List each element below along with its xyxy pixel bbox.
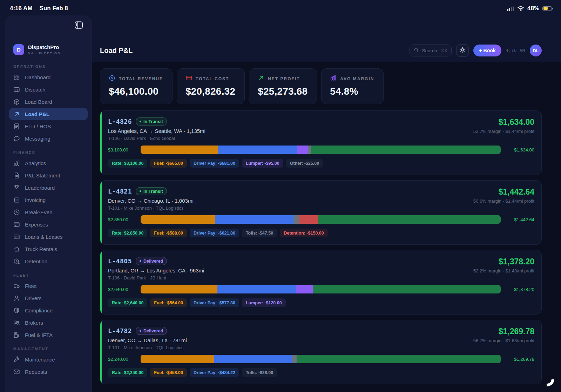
sidebar-item-fleet[interactable]: Fleet (9, 280, 88, 292)
cost-chip: Rate: $3,100.00 (108, 159, 147, 168)
load-profit: $1,378.20 (473, 257, 534, 266)
segment-lumper (297, 146, 308, 154)
search-input[interactable]: Search ⌘K (410, 45, 452, 56)
sidebar-item-fuel-ifta[interactable]: Fuel & IFTA (9, 329, 88, 341)
segment-fuel (141, 215, 215, 224)
chat-icon (13, 135, 20, 142)
segment-driver (218, 146, 297, 154)
sidebar-item-dashboard[interactable]: Dashboard (9, 71, 88, 83)
segment-fuel (141, 146, 218, 154)
sidebar-item-leaderboard[interactable]: Leaderboard (9, 182, 88, 194)
sidebar-item-label: Leaderboard (25, 185, 55, 191)
cost-chip: Lumper: -$95.00 (242, 159, 283, 168)
load-card-L-4805[interactable]: L-4805DeliveredPortland, OR → Los Angele… (100, 250, 542, 315)
load-margin-line: 50.6% margin · $1.44/mi profit (473, 198, 534, 204)
segment-fuel (141, 285, 217, 293)
segment-lumper (296, 285, 313, 293)
nav-section-label: FLEET (13, 273, 83, 277)
stat-value: $25,273.68 (258, 86, 307, 97)
sidebar-item-drivers[interactable]: Drivers (9, 292, 88, 304)
status-time: 4:16 AM (10, 5, 33, 12)
barchart-icon (330, 75, 337, 83)
cost-chip: Driver Pay: -$681.00 (190, 159, 239, 168)
segment-driver (214, 355, 292, 363)
truck-icon (13, 283, 20, 289)
sidebar-item-expenses[interactable]: Expenses (9, 218, 88, 230)
segment-other (308, 146, 311, 154)
sidebar-item-eld-hos[interactable]: ELD / HOS (9, 120, 88, 132)
theme-toggle-button[interactable] (456, 44, 469, 57)
sidebar-item-loans-leases[interactable]: Loans & Leases (9, 231, 88, 243)
rate-amount-label: $2,850.00 (108, 217, 141, 222)
rate-amount-label: $2,240.00 (108, 357, 141, 362)
status-badge: In Transit (136, 187, 167, 195)
pnl-breakdown-bar (141, 146, 501, 154)
cost-chips: Rate: $2,850.00Fuel: -$588.00Driver Pay:… (108, 229, 534, 237)
stat-card: TOTAL REVENUE$46,100.00 (100, 68, 173, 104)
load-margin-line: 52.2% margin · $1.43/mi profit (473, 268, 534, 273)
sidebar-item-break-even[interactable]: Break-Even (9, 206, 88, 218)
cost-chip: Driver Pay: -$621.86 (190, 229, 239, 237)
cost-chip: Fuel: -$564.00 (150, 298, 187, 307)
load-profit: $1,442.64 (473, 187, 534, 197)
home-icon (13, 246, 20, 252)
package-icon (13, 99, 20, 105)
sidebar-item-label: Detention (25, 258, 47, 264)
load-card-L-4821[interactable]: L-4821In TransitDenver, CO → Chicago, IL… (100, 180, 542, 245)
sidebar-item-invoicing[interactable]: Invoicing (9, 194, 88, 206)
clock-icon (13, 209, 20, 216)
book-button[interactable]: + Book (473, 45, 501, 56)
load-card-L-4782[interactable]: L-4782DeliveredDenver, CO → Dallas, TX ·… (100, 320, 542, 384)
stat-card: AVG MARGIN54.8% (321, 68, 384, 104)
profit-amount-label: $1,378.20 (506, 287, 534, 292)
load-details: T-106 · David Park · JB Hunt (108, 275, 204, 281)
status-date: Sun Feb 8 (40, 5, 68, 12)
sidebar-item-analytics[interactable]: Analytics (9, 157, 88, 169)
stat-label: NET PROFIT (268, 76, 300, 81)
card-accent (100, 181, 102, 244)
nav-section-label: OPERATIONS (13, 65, 83, 69)
load-card-L-4826[interactable]: L-4826In TransitLos Angeles, CA → Seattl… (100, 110, 542, 175)
sidebar-toggle-icon[interactable] (74, 20, 83, 31)
segment-tolls (293, 215, 299, 224)
stat-card: NET PROFIT$25,273.68 (249, 68, 317, 104)
segment-profit (311, 146, 501, 154)
sidebar-item-requests[interactable]: Requests (9, 366, 88, 378)
segment-tolls (292, 355, 297, 363)
shield-icon (13, 307, 20, 314)
sidebar-item-label: Analytics (25, 160, 46, 166)
sidebar-item-messaging[interactable]: Messaging (9, 133, 88, 144)
sidebar-item-label: Brokers (25, 320, 43, 326)
pnl-breakdown-bar (141, 285, 501, 293)
stat-label: AVG MARGIN (340, 76, 374, 81)
avatar[interactable]: DL (530, 45, 542, 56)
sidebar-item-pnl-statement[interactable]: P&L Statement (9, 169, 88, 181)
sidebar-item-detention[interactable]: Detention (9, 255, 88, 267)
sidebar-item-truck-rentals[interactable]: Truck Rentals (9, 243, 88, 255)
sidebar-item-label: ELD / HOS (25, 123, 51, 129)
sidebar-item-label: Maintenance (25, 357, 55, 363)
sidebar-item-dispatch[interactable]: Dispatch (9, 83, 88, 95)
sidebar-item-maintenance[interactable]: Maintenance (9, 353, 88, 365)
sidebar-item-label: Truck Rentals (25, 246, 57, 252)
status-badge: Delivered (136, 257, 167, 265)
nav-section-label: MANAGEMENT (13, 347, 83, 351)
header-time: 4:16 AM (506, 48, 525, 53)
profit-amount-label: $1,634.00 (506, 147, 534, 153)
cost-chip: Lumper: -$120.00 (242, 298, 286, 307)
sidebar-item-load-board[interactable]: Load Board (9, 96, 88, 108)
sidebar-item-brokers[interactable]: Brokers (9, 317, 88, 329)
page-title: Load P&L (100, 47, 133, 55)
cost-chips: Rate: $2,640.00Fuel: -$564.00Driver Pay:… (108, 298, 534, 307)
people-icon (13, 319, 20, 326)
sidebar-item-load-pnl[interactable]: Load P&L (9, 108, 88, 120)
pnl-breakdown-bar (141, 355, 501, 363)
person-icon (13, 295, 20, 302)
sidebar-item-compliance[interactable]: Compliance (9, 304, 88, 316)
load-id: L-4821 (108, 188, 132, 195)
segment-driver (217, 285, 296, 293)
fuel-icon (13, 332, 20, 338)
trend-icon (13, 111, 20, 117)
cost-chips: Rate: $2,240.00Fuel: -$458.00Driver Pay:… (108, 368, 534, 377)
status-badge: In Transit (136, 117, 167, 126)
